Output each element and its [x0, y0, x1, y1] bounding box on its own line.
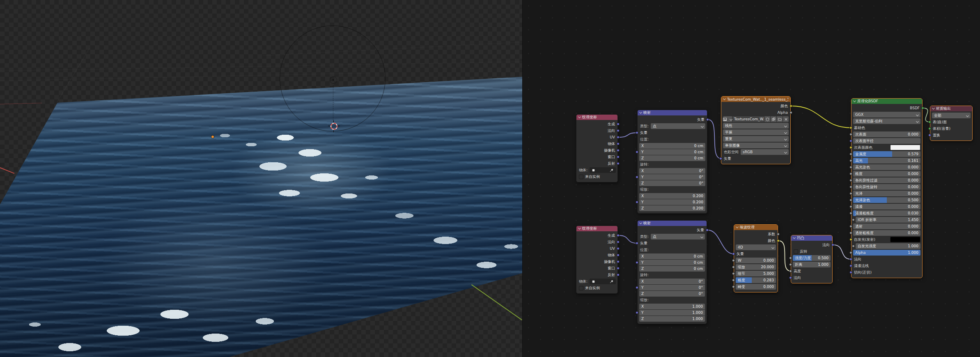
- mapping1-type-dropdown[interactable]: 点: [651, 123, 705, 129]
- texcoord2-reflection-socket[interactable]: [617, 274, 620, 276]
- water-plane-object[interactable]: [0, 0, 522, 357]
- output-displacement-socket[interactable]: [928, 134, 931, 137]
- bsdf-roughness-slider[interactable]: 糙度0.000: [853, 171, 920, 177]
- texcoord2-object-eyedropper-field[interactable]: [590, 279, 616, 284]
- shader-node-editor[interactable]: 纹理坐标生成法向UV物体摄像机窗口反射物体:来自实例映射矢量类型:点矢量位置:X…: [522, 0, 980, 357]
- bsdf-transmission-roughness-socket[interactable]: [849, 232, 852, 235]
- mapping1-scale-x-field[interactable]: X0.200: [639, 193, 705, 199]
- collapse-chevron-icon[interactable]: [793, 236, 796, 239]
- open-folder-icon[interactable]: [777, 116, 783, 122]
- mapping1-location-y-field[interactable]: Y0 cm: [639, 149, 705, 155]
- bsdf-emission-socket[interactable]: [849, 238, 852, 241]
- bsdf-metallic-slider[interactable]: 金属度0.579: [853, 151, 920, 157]
- bsdf-normal-socket[interactable]: [849, 258, 852, 261]
- mapping2-vector-out-socket[interactable]: [706, 229, 709, 232]
- noise-color-out-socket[interactable]: [777, 240, 780, 242]
- node-bump-header[interactable]: 凹凸: [791, 235, 832, 241]
- node-texcoord2-header[interactable]: 纹理坐标: [576, 226, 617, 231]
- bsdf-base-color-socket[interactable]: [849, 127, 852, 129]
- node-bsdf-header[interactable]: 原理化BSDF: [851, 99, 922, 104]
- noise-w-socket[interactable]: [732, 259, 735, 262]
- texcoord1-from-instancer-checkbox[interactable]: [579, 175, 583, 179]
- mapping2-scale-socket[interactable]: [636, 311, 638, 314]
- node-imagetex[interactable]: TexturesCom_Wat.._1_seamless_5.jpg颜色Alph…: [721, 96, 791, 164]
- mapping2-type-dropdown[interactable]: 点: [651, 234, 705, 240]
- bump-invert-checkbox[interactable]: [794, 249, 798, 254]
- node-bsdf[interactable]: 原理化BSDFBSDFGGX克里斯坦森-伯利基础色次表面0.000次表面半径次表…: [851, 98, 923, 278]
- imagetex-projection-dropdown[interactable]: 平展: [723, 129, 789, 135]
- mapping1-rotation-z-field[interactable]: Z0°: [639, 180, 705, 186]
- noise-roughness-slider[interactable]: 糙度0.283: [736, 277, 776, 283]
- bsdf-anisotropic-rotation-socket[interactable]: [849, 186, 852, 189]
- collapse-chevron-icon[interactable]: [578, 115, 581, 118]
- bsdf-clearcoat-socket[interactable]: [849, 205, 852, 208]
- bsdf-transmission-roughness-slider[interactable]: 透射粗糙度0.000: [853, 230, 920, 236]
- bsdf-transmission-slider[interactable]: 透射0.000: [853, 223, 920, 229]
- image-browse-button[interactable]: [723, 116, 732, 122]
- bsdf-subsurface-slider[interactable]: 次表面0.000: [853, 131, 920, 137]
- mapping2-rotation-socket[interactable]: [636, 286, 638, 289]
- texcoord2-object-socket[interactable]: [617, 254, 620, 257]
- bsdf-subsurface-radius-socket[interactable]: [849, 140, 852, 143]
- mapping2-rotation-z-field[interactable]: Z0°: [639, 291, 705, 297]
- bsdf-specular-tint-socket[interactable]: [849, 166, 852, 169]
- node-texcoord2[interactable]: 纹理坐标生成法向UV物体摄像机窗口反射物体:来自实例: [576, 226, 618, 294]
- bsdf-transmission-socket[interactable]: [849, 225, 852, 228]
- bump-strength-slider[interactable]: 强度/力度0.500: [793, 255, 831, 261]
- noise-distortion-number-field[interactable]: 畸变0.000: [736, 284, 776, 290]
- bsdf-subsurface-radius-number-field[interactable]: 次表面半径: [853, 138, 920, 144]
- bsdf-subsurface-color-socket[interactable]: [849, 146, 852, 149]
- mapping2-scale-x-field[interactable]: X1.000: [639, 304, 705, 309]
- bsdf-clearcoat-roughness-slider[interactable]: 清漆粗糙度0.030: [853, 210, 920, 216]
- noise-vector-in-socket[interactable]: [732, 253, 735, 256]
- bsdf-emission-strength-socket[interactable]: [852, 245, 855, 248]
- node-mapping2-header[interactable]: 映射: [638, 221, 707, 226]
- mapping1-scale-z-field[interactable]: Z0.200: [639, 205, 705, 211]
- bsdf-specular-slider[interactable]: 高光0.161: [853, 158, 920, 164]
- texcoord2-normal-socket[interactable]: [617, 241, 620, 244]
- imagetex-colorspace-dropdown[interactable]: sRGB: [741, 149, 789, 155]
- imagetex-interpolation-dropdown[interactable]: 线性: [723, 123, 789, 129]
- bsdf-clearcoat-normal-socket[interactable]: [849, 265, 852, 267]
- bsdf-emission-color-swatch[interactable]: [890, 237, 920, 242]
- bump-distance-number-field[interactable]: 距离1.000: [793, 262, 831, 267]
- collapse-chevron-icon[interactable]: [736, 226, 739, 228]
- bsdf-clearcoat-slider[interactable]: 清漆0.000: [853, 204, 920, 210]
- texcoord1-object-socket[interactable]: [617, 143, 620, 145]
- mapping2-location-x-field[interactable]: X0 cm: [639, 253, 705, 259]
- node-bump[interactable]: 凹凸法向反转强度/力度0.500距离1.000高度法向: [791, 235, 833, 283]
- eyedropper-icon[interactable]: [610, 279, 614, 283]
- bsdf-subsurface-socket[interactable]: [849, 133, 852, 136]
- 3d-viewport[interactable]: [0, 0, 522, 357]
- bsdf-distribution-dropdown[interactable]: GGX: [853, 112, 920, 117]
- bsdf-sheen-slider[interactable]: 光泽0.000: [853, 191, 920, 196]
- fake-user-shield-icon[interactable]: [764, 116, 770, 122]
- mapping1-rotation-y-field[interactable]: Y0°: [639, 174, 705, 180]
- bsdf-anisotropic-rotation-slider[interactable]: 各向异性旋转0.000: [853, 184, 920, 190]
- mapping2-rotation-x-field[interactable]: X0°: [639, 279, 705, 284]
- bump-normal-out-socket[interactable]: [831, 244, 834, 246]
- mapping1-location-socket[interactable]: [636, 151, 638, 154]
- bsdf-sheen-socket[interactable]: [849, 192, 852, 195]
- mapping1-vector-out-socket[interactable]: [706, 118, 709, 121]
- texcoord2-from-instancer-checkbox[interactable]: [579, 286, 583, 290]
- texcoord1-object-eyedropper-field[interactable]: [590, 167, 616, 173]
- node-mapping2[interactable]: 映射矢量类型:点矢量位置:X0 cmY0 cmZ0 cm旋转:X0°Y0°Z0°…: [637, 220, 707, 324]
- output-target-dropdown[interactable]: 全部: [932, 113, 971, 118]
- texcoord1-reflection-socket[interactable]: [617, 162, 620, 165]
- imagetex-extension-dropdown[interactable]: 重复: [723, 136, 789, 142]
- noise-roughness-socket[interactable]: [732, 279, 735, 282]
- node-output-header[interactable]: 材质输出: [930, 106, 972, 111]
- mapping1-rotation-x-field[interactable]: X0°: [639, 168, 705, 174]
- mapping2-location-socket[interactable]: [636, 261, 638, 264]
- node-mapping1-header[interactable]: 映射: [638, 110, 707, 115]
- bsdf-emission-strength-number-field[interactable]: 自发光强度1.000: [856, 243, 920, 249]
- bsdf-metallic-socket[interactable]: [849, 153, 852, 156]
- texcoord1-uv-socket[interactable]: [617, 136, 620, 139]
- mapping2-scale-z-field[interactable]: Z1.000: [639, 316, 705, 322]
- noise-dimensions-dropdown[interactable]: 4D: [736, 244, 776, 250]
- imagetex-vector-in-socket[interactable]: [719, 157, 722, 160]
- bsdf-ior-socket[interactable]: [852, 219, 855, 221]
- collapse-chevron-icon[interactable]: [639, 221, 642, 224]
- node-mapping1[interactable]: 映射矢量类型:点矢量位置:X0 cmY0 cmZ0 cm旋转:X0°Y0°Z0°…: [637, 110, 707, 214]
